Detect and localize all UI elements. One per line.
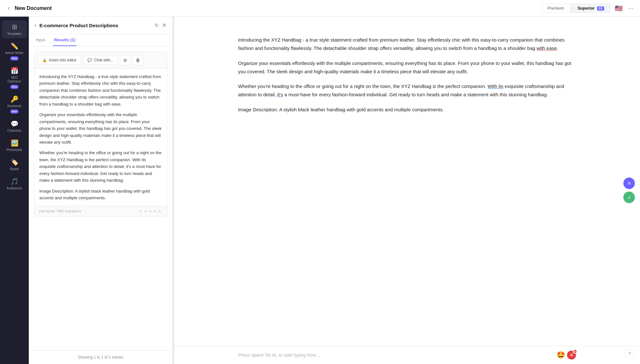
panel-footer: Showing 1 to 1 of 1 entries [29,350,172,364]
sidebar-item-photosonic[interactable]: 🖼️ Photosonic [2,137,27,154]
sidebar-item-keywords[interactable]: 🔑 Keywords New [2,93,27,116]
document-title: New Document [15,5,537,11]
keywords-icon: 🔑 [11,95,19,103]
templates-icon: ⊞ [12,23,17,31]
result-card-toolbar: 🔒 Insert into editor 💬 Chat with... ⧉ 🗑 [34,52,167,69]
chatsonic-icon: 💬 [11,120,19,128]
sidebar-item-chatsonic[interactable]: 💬 Chatsonic [2,117,27,135]
superior-badge: 6X [597,6,604,11]
panel-tabs: Input Results (1) [29,34,172,46]
notification-badge: 4+ [573,349,577,354]
sidebar: ⊞ Templates ✏️ Article Writer New 📅 SEO … [0,17,29,364]
lines-tool-button[interactable]: ≡ [623,178,635,189]
editor-content[interactable]: Introducing the XYZ Handbag - a true sty… [174,17,640,346]
panel-close-button[interactable]: ✕ [162,22,167,29]
underline-its: it's [277,92,283,97]
seo-badge: New [10,85,19,89]
panel-content: 🔒 Insert into editor 💬 Chat with... ⧉ 🗑 … [29,46,172,350]
result-card: 🔒 Insert into editor 💬 Chat with... ⧉ 🗑 … [34,51,167,217]
editor-input-area: Press 'space' for AI, or start typing he… [174,346,640,364]
editor-paragraph-1: Introducing the XYZ Handbag - a true sty… [238,36,576,53]
audiosonic-icon: 🎵 [11,178,19,185]
help-button[interactable]: ? [625,349,635,359]
language-flag[interactable]: 🇺🇸 [615,4,623,12]
chat-icon: 💬 [87,58,92,62]
result-card-footer: 149 words / 980 characters ★★★★★ [34,206,167,216]
lock-icon: 🔒 [42,58,47,62]
emoji-avatar: 🤩 [556,351,565,359]
check-tool-button[interactable]: ✓ [623,192,635,203]
sidebar-item-seo-optimizer[interactable]: 📅 SEO Optimizer New [2,64,27,91]
seo-optimizer-icon: 📅 [11,67,19,75]
result-card-body: Introducing the XYZ Handbag - a true sty… [34,69,167,206]
sidebar-item-article-writer[interactable]: ✏️ Article Writer New [2,40,27,63]
editor-paragraph-4: Image Description: A stylish black leath… [238,106,576,114]
word-char-count: 149 words / 980 characters [39,209,81,213]
editor-avatars: 🤩 A 4+ [556,351,576,360]
editor-right-tools: ≡ ✓ [623,178,635,203]
topbar-right: 🇺🇸 ⋯ [615,4,634,12]
back-button[interactable]: ‹ [6,4,11,13]
panel-title: E-commerce Product Descriptions [39,23,151,28]
quality-tabs: Premium Superior 6X [541,4,611,13]
delete-button[interactable]: 🗑 [133,55,143,65]
insert-into-editor-button[interactable]: 🔒 Insert into editor [38,56,81,65]
tab-input[interactable]: Input [35,34,46,46]
article-writer-badge: New [10,56,19,60]
share-icon[interactable]: ⋯ [628,5,634,12]
topbar: ‹ New Document Premium Superior 6X 🇺🇸 ⋯ [0,0,640,17]
sidebar-item-brand[interactable]: 🏷️ Brand [2,156,27,174]
result-paragraph-4: Image Description: A stylish black leath… [39,188,162,202]
user-avatar: A 4+ [567,351,576,360]
editor-paragraph-2: Organize your essentials effortlessly wi… [238,59,576,76]
editor-paragraph-3: Whether you're heading to the office or … [238,82,576,99]
chat-with-button[interactable]: 💬 Chat with... [83,56,117,65]
brand-icon: 🏷️ [11,158,19,166]
panel-back-button[interactable]: ‹ [35,22,36,28]
star-rating[interactable]: ★★★★★ [139,209,163,214]
editor-area: Introducing the XYZ Handbag - a true sty… [174,17,640,364]
underline-with-ease: with ease [537,45,557,51]
sidebar-item-audiosonic[interactable]: 🎵 Audiosonic [2,175,27,193]
panel-header: ‹ E-commerce Product Descriptions ↻ ✕ [29,17,172,34]
template-panel: ‹ E-commerce Product Descriptions ↻ ✕ In… [29,17,173,364]
underline-with-its: With its [488,83,503,89]
result-paragraph-3: Whether you're heading to the office or … [39,149,162,184]
tab-superior[interactable]: Superior 6X [571,4,611,13]
editor-placeholder: Press 'space' for AI, or start typing he… [238,352,553,358]
photosonic-icon: 🖼️ [11,139,19,147]
sidebar-item-templates[interactable]: ⊞ Templates [2,20,27,38]
copy-button[interactable]: ⧉ [120,55,130,65]
panel-refresh-button[interactable]: ↻ [155,22,159,28]
article-writer-icon: ✏️ [11,42,19,50]
tab-results[interactable]: Results (1) [53,34,76,46]
tab-premium[interactable]: Premium [541,4,571,13]
keywords-badge: New [10,109,19,114]
result-paragraph-1: Introducing the XYZ Handbag - a true sty… [39,73,162,107]
result-paragraph-2: Organize your essentials effortlessly wi… [39,111,162,146]
main-layout: ⊞ Templates ✏️ Article Writer New 📅 SEO … [0,17,640,364]
